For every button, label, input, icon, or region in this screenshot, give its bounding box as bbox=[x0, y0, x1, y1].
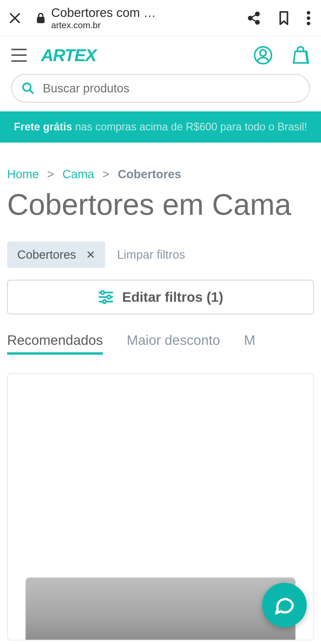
svg-point-22 bbox=[103, 300, 106, 303]
svg-point-10 bbox=[307, 22, 310, 25]
svg-point-4 bbox=[248, 16, 252, 20]
svg-point-18 bbox=[101, 291, 104, 294]
bookmark-icon[interactable] bbox=[278, 10, 290, 26]
edit-filters-label: Editar filtros (1) bbox=[122, 289, 223, 305]
sort-tab-more[interactable]: M bbox=[244, 332, 255, 355]
chat-icon bbox=[273, 594, 295, 616]
browser-title-box[interactable]: Cobertores com … artex.com.br bbox=[51, 6, 238, 30]
breadcrumb-home[interactable]: Home bbox=[7, 168, 39, 181]
svg-line-14 bbox=[30, 90, 33, 93]
breadcrumb-separator: > bbox=[103, 168, 109, 181]
breadcrumb-cama[interactable]: Cama bbox=[62, 168, 94, 181]
chat-button[interactable] bbox=[262, 583, 307, 627]
filter-chip[interactable]: Cobertores bbox=[7, 241, 105, 268]
page-title: Cobertores em Cama bbox=[7, 188, 314, 221]
svg-rect-2 bbox=[37, 17, 45, 23]
sort-tab-recomendados[interactable]: Recomendados bbox=[7, 332, 103, 355]
svg-point-20 bbox=[107, 295, 111, 299]
svg-line-6 bbox=[252, 15, 256, 17]
search-section bbox=[0, 74, 321, 111]
browser-bar: Cobertores com … artex.com.br bbox=[0, 0, 321, 36]
svg-line-7 bbox=[252, 19, 256, 21]
promo-bold: Frete grátis bbox=[14, 121, 72, 133]
filter-chip-label: Cobertores bbox=[17, 248, 76, 261]
promo-text: nas compras acima de R$600 para todo o B… bbox=[72, 121, 307, 133]
close-icon[interactable] bbox=[8, 12, 21, 25]
sort-tab-maior-desconto[interactable]: Maior desconto bbox=[127, 332, 220, 355]
product-image bbox=[26, 577, 295, 640]
svg-point-3 bbox=[256, 12, 259, 16]
more-icon[interactable] bbox=[307, 11, 310, 25]
site-header: ARTEX bbox=[0, 36, 321, 74]
breadcrumb-current: Cobertores bbox=[118, 168, 181, 181]
promo-banner: Frete grátis nas compras acima de R$600 … bbox=[0, 111, 321, 143]
account-icon[interactable] bbox=[254, 46, 272, 64]
share-icon[interactable] bbox=[247, 11, 261, 25]
lock-icon bbox=[36, 12, 46, 24]
svg-point-9 bbox=[307, 16, 310, 20]
close-icon[interactable] bbox=[86, 250, 95, 259]
edit-filters-button[interactable]: Editar filtros (1) bbox=[7, 280, 314, 314]
clear-filters-link[interactable]: Limpar filtros bbox=[117, 248, 185, 261]
sliders-icon bbox=[98, 290, 114, 304]
menu-button[interactable] bbox=[11, 49, 27, 62]
breadcrumb-separator: > bbox=[47, 168, 54, 181]
svg-point-12 bbox=[260, 50, 266, 56]
filter-chips-row: Cobertores Limpar filtros bbox=[7, 241, 314, 268]
sort-tabs: Recomendados Maior desconto M bbox=[7, 332, 314, 355]
browser-url: artex.com.br bbox=[51, 20, 238, 30]
svg-point-5 bbox=[256, 20, 259, 24]
search-box[interactable] bbox=[11, 74, 310, 102]
breadcrumb: Home > Cama > Cobertores bbox=[7, 143, 314, 181]
svg-point-8 bbox=[307, 11, 310, 15]
site-logo[interactable]: ARTEX bbox=[41, 45, 96, 65]
cart-icon[interactable] bbox=[291, 46, 310, 64]
search-input[interactable] bbox=[43, 82, 300, 95]
browser-tab-title: Cobertores com … bbox=[51, 6, 238, 20]
search-icon bbox=[21, 82, 34, 95]
